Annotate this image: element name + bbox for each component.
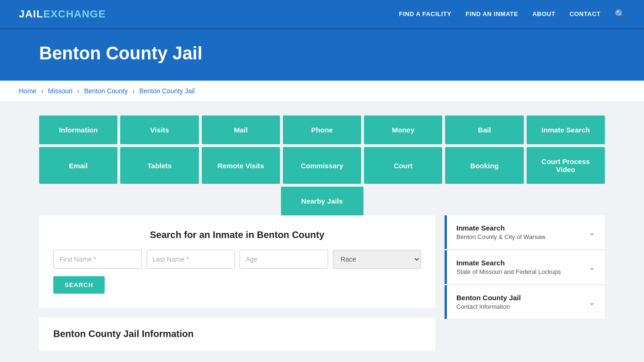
btn-money[interactable]: Money xyxy=(364,115,442,144)
page-title: Benton County Jail xyxy=(39,43,605,64)
lower-section: Search for an Inmate in Benton County Ra… xyxy=(39,215,605,351)
btn-remote-visits[interactable]: Remote Visits xyxy=(202,147,280,184)
chevron-down-icon-0: ⌄ xyxy=(588,227,595,238)
chevron-down-icon-2: ⌄ xyxy=(588,297,595,307)
nav-find-inmate[interactable]: FIND AN INMATE xyxy=(465,10,518,17)
btn-mail[interactable]: Mail xyxy=(202,115,280,144)
sidebar-item-title-0: Inmate Search xyxy=(456,224,545,232)
race-select[interactable]: Race White Black Hispanic Asian Other xyxy=(333,250,421,269)
search-fields: Race White Black Hispanic Asian Other xyxy=(53,250,421,269)
btn-inmate-search[interactable]: Inmate Search xyxy=(527,115,605,144)
nav-contact[interactable]: CONTACT xyxy=(570,10,601,17)
first-name-input[interactable] xyxy=(53,250,142,269)
sidebar-item-inmate-search-state[interactable]: Inmate Search State of Missouri and Fede… xyxy=(445,250,605,284)
chevron-down-icon-1: ⌄ xyxy=(588,262,595,272)
sidebar-item-title-1: Inmate Search xyxy=(456,259,561,267)
breadcrumb-benton-county[interactable]: Benton County xyxy=(84,87,128,95)
btn-email[interactable]: Email xyxy=(39,147,117,184)
breadcrumb-sep-2: › xyxy=(77,87,80,95)
sidebar-item-contact-info[interactable]: Benton County Jail Contact Information ⌄ xyxy=(445,285,605,319)
hero-section: Benton County Jail xyxy=(0,29,644,81)
last-name-input[interactable] xyxy=(147,250,235,269)
button-grid-row3: Nearby Jails xyxy=(39,187,605,215)
logo-jail: JAIL xyxy=(19,8,43,20)
info-section: Benton County Jail Information xyxy=(39,317,435,351)
button-grid-row2: Email Tablets Remote Visits Commissary C… xyxy=(39,147,605,184)
btn-commissary[interactable]: Commissary xyxy=(283,147,361,184)
btn-nearby-jails[interactable]: Nearby Jails xyxy=(281,187,363,215)
breadcrumb-sep-3: › xyxy=(132,87,135,95)
logo-exchange: EXCHANGE xyxy=(43,8,106,20)
site-logo[interactable]: JAILEXCHANGE xyxy=(19,8,106,20)
sidebar-item-subtitle-2: Contact Information xyxy=(456,303,521,310)
search-card: Search for an Inmate in Benton County Ra… xyxy=(39,215,435,308)
breadcrumb-sep-1: › xyxy=(41,87,43,95)
sidebar: Inmate Search Benton County & City of Wa… xyxy=(445,215,605,319)
age-input[interactable] xyxy=(239,250,328,269)
site-header: JAILEXCHANGE FIND A FACILITY FIND AN INM… xyxy=(0,0,644,29)
sidebar-item-title-2: Benton County Jail xyxy=(456,294,521,302)
btn-bail[interactable]: Bail xyxy=(445,115,523,144)
content-area: Information Visits Mail Phone Money Bail… xyxy=(0,101,644,362)
breadcrumb-home[interactable]: Home xyxy=(19,87,36,95)
sidebar-item-subtitle-0: Benton County & City of Warsaw xyxy=(456,233,545,240)
sidebar-item-subtitle-1: State of Missouri and Federal Lockups xyxy=(456,268,561,275)
info-title: Benton County Jail Information xyxy=(53,329,421,339)
btn-information[interactable]: Information xyxy=(39,115,117,144)
header-search-button[interactable]: 🔍 xyxy=(615,9,625,19)
btn-tablets[interactable]: Tablets xyxy=(120,147,198,184)
btn-visits[interactable]: Visits xyxy=(120,115,198,144)
main-nav: FIND A FACILITY FIND AN INMATE ABOUT CON… xyxy=(399,9,625,19)
btn-phone[interactable]: Phone xyxy=(283,115,361,144)
search-title: Search for an Inmate in Benton County xyxy=(53,230,421,240)
breadcrumb-missouri[interactable]: Missouri xyxy=(48,87,73,95)
btn-booking[interactable]: Booking xyxy=(445,147,523,184)
button-grid-row1: Information Visits Mail Phone Money Bail… xyxy=(39,115,605,144)
breadcrumb-current[interactable]: Benton County Jail xyxy=(139,87,195,95)
sidebar-item-inmate-search-benton[interactable]: Inmate Search Benton County & City of Wa… xyxy=(445,215,605,249)
search-button[interactable]: SEARCH xyxy=(53,276,105,294)
nav-find-facility[interactable]: FIND A FACILITY xyxy=(399,10,451,17)
breadcrumb: Home › Missouri › Benton County › Benton… xyxy=(0,81,644,101)
nav-about[interactable]: ABOUT xyxy=(532,10,555,17)
btn-court[interactable]: Court xyxy=(364,147,442,184)
btn-court-process-video[interactable]: Court Process Video xyxy=(527,147,605,184)
